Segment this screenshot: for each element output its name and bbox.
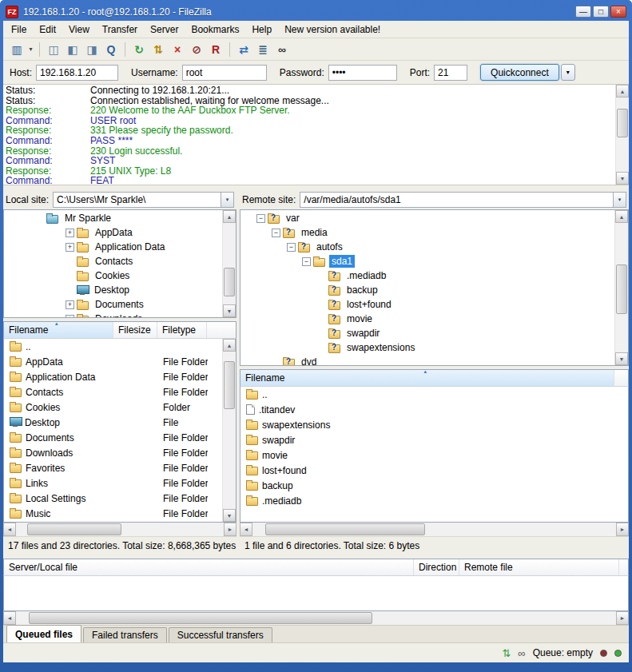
tree-item[interactable]: −sda1 <box>241 254 614 268</box>
queue-horizontal-scrollbar[interactable]: ◄► <box>3 611 629 625</box>
scroll-right-icon[interactable]: ► <box>616 523 629 536</box>
find-files-icon[interactable]: ∞ <box>518 648 525 658</box>
file-name-cell[interactable]: Favorites <box>5 463 114 474</box>
tree-item[interactable]: Desktop <box>5 283 221 297</box>
file-row[interactable]: .mediadb <box>241 493 627 508</box>
scroll-right-icon[interactable]: ► <box>224 523 237 536</box>
file-row[interactable]: DocumentsFile Folder <box>5 430 221 445</box>
expand-icon[interactable]: + <box>66 300 74 309</box>
file-name-cell[interactable]: Music <box>5 508 114 519</box>
file-name-cell[interactable]: AppData <box>5 356 114 368</box>
tree-item-label[interactable]: swapdir <box>344 327 382 340</box>
tree-item[interactable]: swapextensions <box>241 340 614 355</box>
tree-item-label[interactable]: dvd <box>299 356 319 365</box>
expand-icon[interactable]: + <box>66 243 74 252</box>
tree-item-label[interactable]: sda1 <box>329 255 355 268</box>
file-name-cell[interactable]: Documents <box>5 432 114 443</box>
scrollbar-thumb[interactable] <box>29 612 372 624</box>
tree-item[interactable]: +Downloads <box>5 312 221 317</box>
file-row[interactable]: movie <box>241 447 627 463</box>
password-input[interactable] <box>328 65 397 81</box>
tree-item[interactable]: −var <box>241 211 614 225</box>
file-name-cell[interactable]: swapextensions <box>241 420 615 431</box>
scrollbar-track[interactable] <box>616 97 629 172</box>
tab-successful-transfers[interactable]: Successful transfers <box>169 627 272 642</box>
toggle-local-tree-icon[interactable]: ◧ <box>63 41 82 58</box>
tree-item-label[interactable]: autofs <box>314 241 345 253</box>
scrollbar-thumb[interactable] <box>224 268 235 296</box>
tree-item[interactable]: movie <box>241 312 614 326</box>
tree-item-label[interactable]: movie <box>344 312 375 325</box>
file-name-cell[interactable]: Contacts <box>5 387 114 398</box>
local-horizontal-scrollbar[interactable]: ◄► <box>3 523 237 536</box>
menu-item-server[interactable]: Server <box>144 22 185 38</box>
file-name-cell[interactable]: Links <box>5 478 114 489</box>
tab-queued-files[interactable]: Queued files <box>6 625 81 642</box>
collapse-icon[interactable]: − <box>287 243 296 252</box>
site-manager-dropdown-icon[interactable]: ▾ <box>26 41 35 58</box>
file-row[interactable]: LinksFile Folder <box>5 475 221 491</box>
chevron-down-icon[interactable]: ▾ <box>221 193 233 207</box>
scroll-up-icon[interactable]: ▲ <box>223 339 236 352</box>
file-row[interactable]: backup <box>241 478 627 493</box>
file-name-cell[interactable]: Desktop <box>5 417 114 428</box>
remote-tree-scrollbar[interactable]: ▲▼ <box>614 210 628 365</box>
close-button[interactable]: × <box>610 6 626 18</box>
scrollbar-track[interactable] <box>252 523 616 536</box>
scroll-left-icon[interactable]: ◄ <box>3 611 16 625</box>
file-row[interactable]: CookiesFolder <box>5 400 221 415</box>
tree-item[interactable]: backup <box>241 283 614 297</box>
file-name-cell[interactable]: Cookies <box>5 402 114 413</box>
scroll-right-icon[interactable]: ► <box>616 611 629 625</box>
file-row[interactable]: lost+found <box>241 463 627 478</box>
scroll-up-icon[interactable]: ▲ <box>616 85 629 97</box>
disconnect-icon[interactable]: ⊘ <box>187 41 206 58</box>
scrollbar-track[interactable] <box>615 223 628 352</box>
file-name-cell[interactable]: swapdir <box>241 435 615 446</box>
scroll-down-icon[interactable]: ▼ <box>223 509 236 522</box>
scroll-up-icon[interactable]: ▲ <box>223 210 236 223</box>
column-header-filetype[interactable]: Filetype <box>157 322 207 338</box>
tree-item[interactable]: Cookies <box>5 268 221 283</box>
log-scrollbar[interactable]: ▲▼ <box>615 85 629 185</box>
file-name-cell[interactable]: movie <box>241 450 615 461</box>
scrollbar-thumb[interactable] <box>616 264 627 314</box>
quickconnect-button[interactable]: Quickconnect <box>480 64 559 81</box>
toggle-queue-icon[interactable]: Q <box>101 41 121 58</box>
find-files-icon[interactable]: ∞ <box>272 41 292 58</box>
host-input[interactable] <box>36 65 118 81</box>
remote-path-combo[interactable]: /var/media/autofs/sda1 ▾ <box>300 192 626 208</box>
menu-item-view[interactable]: View <box>62 22 96 38</box>
column-header-server-local-file[interactable]: Server/Local file <box>4 559 414 575</box>
username-input[interactable] <box>182 65 267 81</box>
scrollbar-track[interactable] <box>223 352 236 509</box>
remote-horizontal-scrollbar[interactable]: ◄► <box>240 523 629 536</box>
local-list-scrollbar[interactable]: ▲▼ <box>222 339 236 522</box>
column-header-filename[interactable]: ▴Filename <box>4 322 113 338</box>
refresh-icon[interactable]: ↻ <box>129 41 149 58</box>
directory-comparison-icon[interactable]: ≣ <box>253 41 272 58</box>
file-row[interactable]: .. <box>241 387 627 402</box>
menu-item-bookmarks[interactable]: Bookmarks <box>185 22 245 38</box>
scroll-left-icon[interactable]: ◄ <box>3 523 16 536</box>
tree-item-label[interactable]: media <box>299 226 330 239</box>
chevron-down-icon[interactable]: ▾ <box>613 193 626 207</box>
file-name-cell[interactable]: Application Data <box>5 372 114 383</box>
process-queue-icon[interactable]: ⇅ <box>149 41 168 58</box>
tree-item[interactable]: lost+found <box>241 297 614 312</box>
collapse-icon[interactable]: − <box>272 229 280 237</box>
local-path-combo[interactable]: C:\Users\Mr Sparkle\ ▾ <box>53 192 234 208</box>
tree-item[interactable]: +AppData <box>5 225 221 240</box>
file-row[interactable]: DesktopFile <box>5 415 221 430</box>
scrollbar-thumb[interactable] <box>265 523 425 535</box>
scroll-left-icon[interactable]: ◄ <box>240 523 252 536</box>
scroll-down-icon[interactable]: ▼ <box>223 304 236 317</box>
titlebar[interactable]: FZ 192.168.1.20 - root@192.168.1.20 - Fi… <box>3 2 629 21</box>
tree-item[interactable]: +Application Data <box>5 240 221 254</box>
tree-item-label[interactable]: Desktop <box>92 284 132 296</box>
file-name-cell[interactable]: .. <box>241 389 615 400</box>
scrollbar-track[interactable] <box>16 611 616 625</box>
file-row[interactable]: MusicFile Folder <box>5 506 221 521</box>
tab-failed-transfers[interactable]: Failed transfers <box>83 627 167 642</box>
cancel-icon[interactable]: × <box>168 41 187 58</box>
